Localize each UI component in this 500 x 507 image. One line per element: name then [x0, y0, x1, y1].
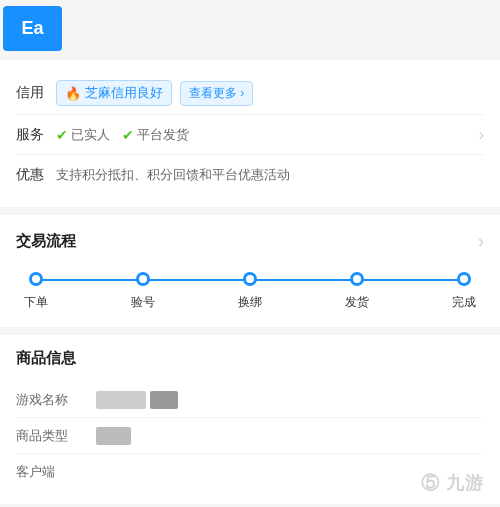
process-arrow-icon[interactable]: ›: [478, 231, 484, 252]
step-3: 换绑: [238, 272, 262, 311]
service-content: ✔ 已实人 ✔ 平台发货: [56, 126, 479, 144]
blur-block-2: [150, 391, 178, 409]
process-title: 交易流程: [16, 232, 76, 251]
step-5: 完成: [452, 272, 476, 311]
goods-row-client: 客户端: [16, 454, 484, 490]
goods-row-name: 游戏名称: [16, 382, 484, 418]
service-arrow-icon[interactable]: ›: [479, 126, 484, 144]
step-dot-3: [243, 272, 257, 286]
credit-label: 信用: [16, 84, 56, 102]
check-icon-2: ✔: [122, 127, 134, 143]
step-label-1: 下单: [24, 294, 48, 311]
goods-label-client: 客户端: [16, 463, 96, 481]
credit-badge: 🔥 芝麻信用良好: [56, 80, 172, 106]
step-label-3: 换绑: [238, 294, 262, 311]
discount-row: 优惠 支持积分抵扣、积分回馈和平台优惠活动: [16, 155, 484, 195]
goods-value-name: [96, 391, 178, 409]
fire-icon: 🔥: [65, 86, 81, 101]
check-icon-1: ✔: [56, 127, 68, 143]
view-more-button[interactable]: 查看更多 ›: [180, 81, 253, 106]
service-label: 服务: [16, 126, 56, 144]
goods-value-type: [96, 427, 131, 445]
service-item-2-text: 平台发货: [137, 126, 189, 144]
process-steps: 下单 验号 换绑 发货 完成: [16, 272, 484, 311]
watermark: ⑤ 九游: [421, 471, 484, 495]
discount-text: 支持积分抵扣、积分回馈和平台优惠活动: [56, 166, 290, 184]
blur-block-1: [96, 391, 146, 409]
service-row: 服务 ✔ 已实人 ✔ 平台发货 ›: [16, 115, 484, 155]
goods-row-type: 商品类型: [16, 418, 484, 454]
step-1: 下单: [24, 272, 48, 311]
step-dot-5: [457, 272, 471, 286]
info-section: 信用 🔥 芝麻信用良好 查看更多 › 服务 ✔: [0, 60, 500, 207]
blur-block-3: [96, 427, 131, 445]
app-logo: Ea: [3, 6, 62, 51]
service-item-2: ✔ 平台发货: [122, 126, 189, 144]
service-item-1-text: 已实人: [71, 126, 110, 144]
step-dot-1: [29, 272, 43, 286]
step-4: 发货: [345, 272, 369, 311]
service-item-1: ✔ 已实人: [56, 126, 110, 144]
credit-content: 🔥 芝麻信用良好 查看更多 ›: [56, 80, 484, 106]
goods-label-type: 商品类型: [16, 427, 96, 445]
step-dot-2: [136, 272, 150, 286]
goods-label-name: 游戏名称: [16, 391, 96, 409]
goods-title: 商品信息: [16, 349, 484, 368]
step-label-5: 完成: [452, 294, 476, 311]
process-title-row: 交易流程 ›: [16, 231, 484, 252]
credit-row: 信用 🔥 芝麻信用良好 查看更多 ›: [16, 72, 484, 115]
credit-badge-text: 芝麻信用良好: [85, 84, 163, 102]
step-label-2: 验号: [131, 294, 155, 311]
step-label-4: 发货: [345, 294, 369, 311]
service-items: ✔ 已实人 ✔ 平台发货: [56, 126, 189, 144]
process-section: 交易流程 › 下单 验号 换绑: [0, 215, 500, 327]
step-2: 验号: [131, 272, 155, 311]
discount-label: 优惠: [16, 166, 56, 184]
step-dot-4: [350, 272, 364, 286]
discount-content: 支持积分抵扣、积分回馈和平台优惠活动: [56, 166, 484, 184]
